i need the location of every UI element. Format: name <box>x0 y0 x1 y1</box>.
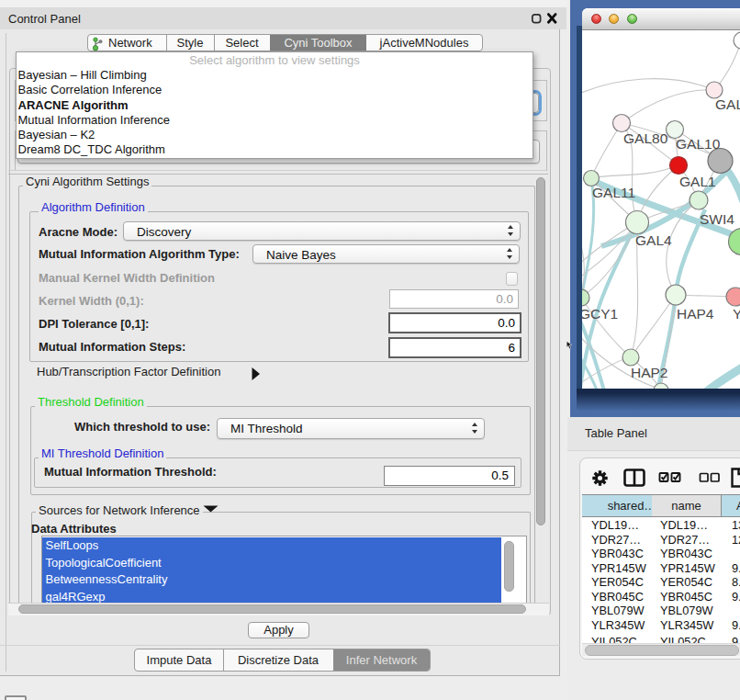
svg-text:HAP2: HAP2 <box>631 365 668 380</box>
svg-text:SWI4: SWI4 <box>700 211 734 227</box>
svg-text:GAL4: GAL4 <box>635 232 672 248</box>
svg-text:HAP4: HAP4 <box>677 306 714 322</box>
svg-text:GAL: GAL <box>715 96 740 112</box>
svg-text:Y: Y <box>733 306 740 322</box>
svg-text:GAL11: GAL11 <box>592 185 635 200</box>
svg-text:GAL1: GAL1 <box>679 174 716 189</box>
svg-text:GAL10: GAL10 <box>676 136 721 152</box>
svg-text:GAL80: GAL80 <box>623 130 668 146</box>
svg-text:GCY1: GCY1 <box>582 306 618 322</box>
